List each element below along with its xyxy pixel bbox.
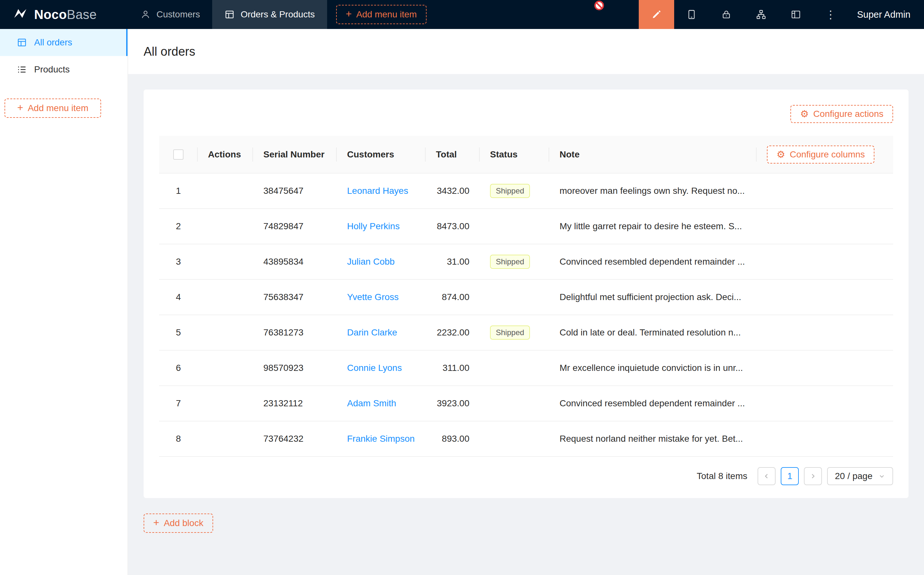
table-row[interactable]: 3 43895834 Julian Cobb 31.00 Shipped Con… [159,244,893,280]
row-config-spacer [757,244,893,280]
nav-orders-products[interactable]: Orders & Products [212,0,327,29]
table-row[interactable]: 5 76381273 Darin Clarke 2232.00 Shipped … [159,315,893,350]
list-icon [17,64,27,75]
page-title: All orders [144,45,195,59]
row-index: 7 [159,386,198,421]
next-page-button[interactable] [804,467,822,485]
ui-editor-button[interactable] [639,0,674,29]
row-config-spacer [757,209,893,244]
top-navbar: NocoBase Customers Orders & Products + A… [0,0,924,29]
lock-button[interactable] [709,0,744,29]
row-index: 1 [159,173,198,209]
row-serial: 76381273 [253,315,337,350]
sidebar-item-products[interactable]: Products [0,56,127,83]
logo-text: NocoBase [34,7,97,22]
mobile-button[interactable] [674,0,709,29]
row-note: Convinced resembled dependent remainder … [549,386,757,421]
sidebar: All orders Products + Add menu item [0,29,128,575]
table-toolbar: ⚙ Configure actions [159,105,893,123]
layout-button[interactable] [778,0,813,29]
configure-columns-button[interactable]: ⚙ Configure columns [767,146,875,164]
customer-link[interactable]: Darin Clarke [347,327,397,337]
pagination-total: Total 8 items [697,471,747,481]
page-content: ⚙ Configure actions Actions Serial Numbe… [128,74,924,548]
sidebar-add-menu-item-button[interactable]: + Add menu item [5,98,101,118]
prev-page-button[interactable] [757,467,776,485]
table-row[interactable]: 6 98570923 Connie Lyons 311.00 Mr excell… [159,350,893,386]
customer-link[interactable]: Yvette Gross [347,292,398,302]
table-row[interactable]: 4 75638347 Yvette Gross 874.00 Delightfu… [159,280,893,315]
row-config-spacer [757,173,893,209]
row-index: 3 [159,244,198,280]
row-note: Delightful met sufficient projection ask… [549,280,757,315]
row-config-spacer [757,421,893,456]
status-tag: Shipped [490,255,530,269]
table-row[interactable]: 7 23132112 Adam Smith 3923.00 Convinced … [159,386,893,421]
row-total: 31.00 [425,244,480,280]
configure-actions-button[interactable]: ⚙ Configure actions [791,105,893,123]
customer-link[interactable]: Julian Cobb [347,257,395,267]
tablet-icon [686,9,697,20]
select-all-checkbox[interactable] [173,149,184,160]
row-serial: 74829847 [253,209,337,244]
row-total: 8473.00 [425,209,480,244]
table-row[interactable]: 1 38475647 Leonard Hayes 3432.00 Shipped… [159,173,893,209]
customer-link[interactable]: Connie Lyons [347,363,402,373]
layout-icon [791,9,801,20]
row-config-spacer [757,386,893,421]
row-serial: 75638347 [253,280,337,315]
page-size-select[interactable]: 20 / page [827,467,893,485]
row-index: 4 [159,280,198,315]
customer-link[interactable]: Adam Smith [347,398,396,408]
plus-icon: + [17,102,23,113]
status-tag: Shipped [490,184,530,198]
main-area: All orders ⚙ Configure actions [128,0,924,575]
row-actions [198,350,253,386]
page-1-button[interactable]: 1 [781,467,799,485]
page-header: All orders [128,29,924,74]
lock-icon [721,9,732,20]
pen-icon [651,9,662,20]
row-note: Convinced resembled dependent remainder … [549,244,757,280]
orders-table: Actions Serial Number Customers Total St… [159,136,893,457]
row-serial: 73764232 [253,421,337,456]
customer-link[interactable]: Leonard Hayes [347,186,408,196]
pagination: Total 8 items 1 20 / page [159,467,893,485]
row-index: 2 [159,209,198,244]
row-note: moreover man feelings own shy. Request n… [549,173,757,209]
user-menu[interactable]: Super Admin [848,0,924,29]
customer-link[interactable]: Holly Perkins [347,221,400,231]
add-block-button[interactable]: + Add block [144,513,213,533]
row-actions [198,315,253,350]
column-header-actions: Actions [198,136,253,173]
more-button[interactable]: ⋮ [813,0,848,29]
table-row[interactable]: 8 73764232 Frankie Simpson 893.00 Reques… [159,421,893,456]
customer-link[interactable]: Frankie Simpson [347,434,415,444]
row-note: Mr excellence inquietude conviction is i… [549,350,757,386]
row-note: Cold in late or deal. Terminated resolut… [549,315,757,350]
row-note: Request norland neither mistake for yet.… [549,421,757,456]
logo[interactable]: NocoBase [0,0,128,29]
column-header-customers: Customers [337,136,425,173]
sidebar-item-all-orders[interactable]: All orders [0,29,127,56]
column-header-total: Total [425,136,480,173]
column-header-status: Status [480,136,549,173]
table-row[interactable]: 2 74829847 Holly Perkins 8473.00 My litt… [159,209,893,244]
blocked-cursor-icon [594,0,605,11]
top-nav: Customers Orders & Products + Add menu i… [128,0,427,29]
table-header-row: Actions Serial Number Customers Total St… [159,136,893,173]
gear-icon: ⚙ [776,150,785,159]
row-actions [198,421,253,456]
row-index: 5 [159,315,198,350]
row-index: 6 [159,350,198,386]
status-tag: Shipped [490,326,530,340]
nav-label: Orders & Products [240,10,314,20]
add-menu-item-button[interactable]: + Add menu item [336,5,427,24]
nav-label: Customers [156,10,200,20]
orders-table-block: ⚙ Configure actions Actions Serial Numbe… [144,89,908,498]
nav-customers[interactable]: Customers [128,0,212,29]
column-header-serial: Serial Number [253,136,337,173]
topbar-actions: ⋮ Super Admin [639,0,924,29]
api-button[interactable] [744,0,778,29]
user-icon [140,10,151,20]
